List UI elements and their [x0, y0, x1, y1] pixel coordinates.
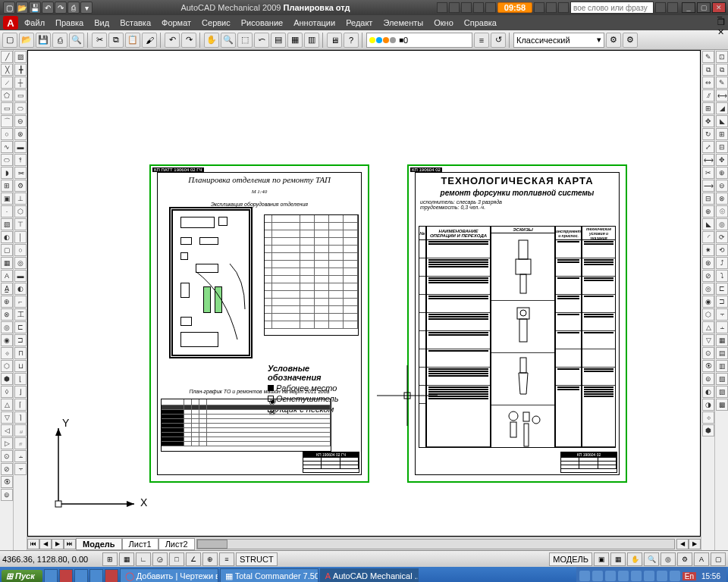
- tool-zoom-icon[interactable]: 🔍: [221, 33, 236, 48]
- rr16-icon[interactable]: ⟲: [716, 244, 728, 256]
- tool-zoomprev-icon[interactable]: ⤺: [254, 33, 269, 48]
- t29-icon[interactable]: ⌉: [14, 411, 27, 424]
- bolt-icon[interactable]: ⊥: [14, 192, 27, 205]
- start-button[interactable]: ⊞Пуск: [2, 570, 42, 583]
- r21-icon[interactable]: ⬡: [702, 308, 714, 321]
- t22-icon[interactable]: ⊏: [14, 321, 27, 333]
- tool-new-icon[interactable]: ▢: [2, 33, 17, 48]
- tool26-icon[interactable]: ◊: [1, 386, 13, 398]
- menu-draw[interactable]: Рисование: [237, 17, 287, 29]
- menu-view[interactable]: Вид: [89, 17, 114, 29]
- gear2-icon[interactable]: ⚙: [623, 33, 638, 48]
- tool-paste-icon[interactable]: 📋: [125, 33, 140, 48]
- r19-icon[interactable]: ◎: [702, 283, 714, 295]
- tool28-icon[interactable]: ▽: [1, 411, 13, 424]
- r29-icon[interactable]: ⟐: [702, 411, 714, 424]
- tool32-icon[interactable]: ⊘: [1, 463, 13, 475]
- t25-icon[interactable]: ⊔: [14, 360, 27, 372]
- pline-icon[interactable]: ⟋: [1, 77, 13, 89]
- ellipsearc-icon[interactable]: ◗: [1, 167, 13, 179]
- bearing-icon[interactable]: ◎: [14, 257, 27, 269]
- rr20-icon[interactable]: ⊐: [716, 296, 728, 308]
- r20-icon[interactable]: ◉: [702, 296, 714, 308]
- screw-icon[interactable]: ⊤: [14, 218, 27, 230]
- mini-icon[interactable]: [558, 2, 569, 13]
- table-icon[interactable]: ▦: [1, 257, 13, 269]
- dyn-toggle[interactable]: ⊕: [202, 552, 218, 566]
- qat-redo-icon[interactable]: ↷: [55, 2, 67, 14]
- gradient-icon[interactable]: ◐: [1, 231, 13, 243]
- stretch-icon[interactable]: ⟷: [702, 154, 714, 166]
- seal-icon[interactable]: ◐: [14, 283, 27, 295]
- mini-icon[interactable]: [461, 2, 472, 13]
- tool-redo-icon[interactable]: ↷: [181, 33, 196, 48]
- array-icon[interactable]: ⊞: [702, 102, 714, 114]
- rr8-icon[interactable]: ⊟: [716, 141, 728, 153]
- qat-print-icon[interactable]: ⎙: [67, 2, 80, 14]
- minimize-icon[interactable]: _: [682, 2, 695, 13]
- task-button[interactable]: ▦Total Commander 7.50a ...: [220, 568, 318, 582]
- mirror-icon[interactable]: ⇔: [702, 77, 714, 89]
- r25-icon[interactable]: ⦿: [702, 360, 714, 372]
- t26-icon[interactable]: ⌊: [14, 373, 27, 385]
- polar-toggle[interactable]: ◶: [152, 552, 168, 566]
- mini-icon[interactable]: [546, 2, 557, 13]
- t27-icon[interactable]: ⌋: [14, 386, 27, 398]
- fillet-icon[interactable]: ◜: [702, 231, 714, 243]
- rr6-icon[interactable]: ◣: [716, 115, 728, 127]
- doc-minimize-icon[interactable]: _: [717, 8, 725, 17]
- tray-icon[interactable]: [605, 571, 616, 581]
- r17-icon[interactable]: ⊗: [702, 257, 714, 269]
- t24-icon[interactable]: ⊓: [14, 347, 27, 359]
- rr23-icon[interactable]: ▦: [716, 334, 728, 346]
- spring-icon[interactable]: ⫯: [14, 154, 27, 166]
- tray-icon[interactable]: [631, 571, 642, 581]
- text-icon[interactable]: A: [1, 270, 13, 282]
- rr17-icon[interactable]: ⤴: [716, 257, 728, 269]
- join-icon[interactable]: ⊕: [702, 205, 714, 217]
- r30-icon[interactable]: ⬢: [702, 424, 714, 436]
- rr5-icon[interactable]: ◢: [716, 102, 728, 114]
- tab-prev-icon[interactable]: ◀: [39, 539, 52, 549]
- mini-icon[interactable]: [449, 2, 460, 13]
- layer-combo[interactable]: ■ 0: [366, 33, 472, 48]
- steel-icon[interactable]: 工: [14, 308, 27, 321]
- mtext-icon[interactable]: A̲: [1, 283, 13, 295]
- task-button[interactable]: ◯Добавить | Чертежи в ...: [120, 568, 218, 582]
- quicklaunch-icon[interactable]: [59, 569, 73, 582]
- app-logo-icon[interactable]: A: [3, 16, 18, 30]
- circle-icon[interactable]: ○: [1, 128, 13, 140]
- tool24-icon[interactable]: ⬡: [1, 360, 13, 372]
- visual-style-combo[interactable]: Классический▾: [513, 33, 604, 48]
- tab-sheet1[interactable]: Лист1: [122, 538, 158, 550]
- r28-icon[interactable]: ◑: [702, 399, 714, 411]
- quicklaunch-icon[interactable]: [105, 569, 118, 582]
- menu-help[interactable]: Справка: [460, 17, 501, 29]
- clock[interactable]: 15:56: [698, 572, 723, 580]
- rr11-icon[interactable]: ⊖: [716, 180, 728, 192]
- status-pan-icon[interactable]: ✋: [627, 552, 642, 566]
- polygon-icon[interactable]: ⬠: [1, 89, 13, 102]
- rr10-icon[interactable]: ⊕: [716, 167, 728, 179]
- rr22-icon[interactable]: ⫠: [716, 321, 728, 333]
- spline-icon[interactable]: ∿: [1, 141, 13, 153]
- tab-sheet2[interactable]: Лист2: [158, 538, 195, 550]
- tray-icon[interactable]: [670, 571, 680, 581]
- rr28-icon[interactable]: ▩: [716, 399, 728, 411]
- menu-format[interactable]: Формат: [157, 17, 196, 29]
- status-showhide-icon[interactable]: ⚙: [677, 552, 692, 566]
- tool-undo-icon[interactable]: ↶: [165, 33, 180, 48]
- rotate-icon[interactable]: ↻: [702, 128, 714, 140]
- model-space-toggle[interactable]: МОДЕЛЬ: [549, 552, 592, 566]
- lang-indicator[interactable]: En: [682, 572, 696, 580]
- tray-icon[interactable]: [618, 571, 629, 581]
- rect-icon[interactable]: ▭: [1, 102, 13, 114]
- status-qvlayout-icon[interactable]: ▦: [610, 552, 626, 566]
- gear-icon[interactable]: ⚙: [606, 33, 621, 48]
- task-button-active[interactable]: AAutoCAD Mechanical ...: [320, 568, 419, 582]
- t32-icon[interactable]: ⫠: [14, 450, 27, 462]
- powercopy-icon[interactable]: ⧉: [716, 64, 728, 76]
- menu-annotate[interactable]: Аннотации: [289, 17, 340, 29]
- status-qview-icon[interactable]: ▣: [594, 552, 609, 566]
- explode-icon[interactable]: ✷: [702, 244, 714, 256]
